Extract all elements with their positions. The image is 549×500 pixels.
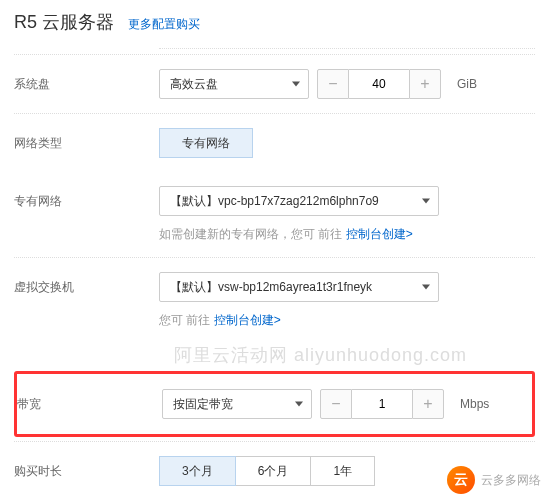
row-system-disk: 系统盘 高效云盘 − + GiB xyxy=(14,54,535,113)
vswitch-select[interactable]: 【默认】vsw-bp12m6ayrea1t3r1fneyk xyxy=(159,272,439,302)
watermark-corner-text: 云多多网络 xyxy=(481,472,541,489)
vpc-console-create-link[interactable]: 控制台创建> xyxy=(346,227,413,241)
vpc-select[interactable]: 【默认】vpc-bp17x7zag212m6lphn7o9 xyxy=(159,186,439,216)
disk-size-plus-button[interactable]: + xyxy=(409,69,441,99)
bandwidth-mode-select[interactable]: 按固定带宽 xyxy=(162,389,312,419)
duration-segment-group: 3个月 6个月 1年 xyxy=(159,456,375,486)
bandwidth-label: 带宽 xyxy=(17,396,162,413)
vpc-label: 专有网络 xyxy=(14,193,159,210)
row-vswitch: 虚拟交换机 【默认】vsw-bp12m6ayrea1t3r1fneyk xyxy=(14,257,535,306)
system-disk-label: 系统盘 xyxy=(14,76,159,93)
row-bandwidth: 带宽 按固定带宽 − + Mbps xyxy=(17,384,532,424)
network-type-vpc-button[interactable]: 专有网络 xyxy=(159,128,253,158)
chevron-down-icon xyxy=(295,402,303,407)
vswitch-console-create-link[interactable]: 控制台创建> xyxy=(214,313,281,327)
chevron-down-icon xyxy=(292,82,300,87)
disk-size-input[interactable] xyxy=(349,69,409,99)
duration-label: 购买时长 xyxy=(14,463,159,480)
duration-option-1[interactable]: 6个月 xyxy=(236,456,312,486)
disk-size-minus-button[interactable]: − xyxy=(317,69,349,99)
vswitch-selected-value: 【默认】vsw-bp12m6ayrea1t3r1fneyk xyxy=(170,280,372,294)
row-hidden-top xyxy=(14,42,535,54)
duration-option-2[interactable]: 1年 xyxy=(311,456,375,486)
system-disk-type-select[interactable]: 高效云盘 xyxy=(159,69,309,99)
bandwidth-highlight-box: 带宽 按固定带宽 − + Mbps xyxy=(14,371,535,437)
page-header: R5 云服务器 更多配置购买 xyxy=(0,0,549,42)
network-type-label: 网络类型 xyxy=(14,135,159,152)
bandwidth-mode-value: 按固定带宽 xyxy=(173,397,233,411)
bandwidth-unit: Mbps xyxy=(460,397,489,411)
system-disk-size-stepper: − + xyxy=(317,69,441,99)
row-network-type: 网络类型 专有网络 xyxy=(14,113,535,172)
vswitch-hint: 您可 前往 控制台创建> xyxy=(14,306,535,343)
watermark-ghost-text: 阿里云活动网 aliyunhuodong.com xyxy=(14,343,535,367)
watermark-logo-icon: 云 xyxy=(447,466,475,494)
bandwidth-plus-button[interactable]: + xyxy=(412,389,444,419)
vpc-selected-value: 【默认】vpc-bp17x7zag212m6lphn7o9 xyxy=(170,194,379,208)
more-config-link[interactable]: 更多配置购买 xyxy=(128,16,200,33)
bandwidth-stepper: − + xyxy=(320,389,444,419)
page-title: R5 云服务器 xyxy=(14,10,114,34)
disk-size-unit: GiB xyxy=(457,77,477,91)
system-disk-type-value: 高效云盘 xyxy=(170,77,218,91)
bandwidth-input[interactable] xyxy=(352,389,412,419)
watermark-corner: 云 云多多网络 xyxy=(447,466,541,494)
vpc-hint: 如需创建新的专有网络，您可 前往 控制台创建> xyxy=(14,220,535,257)
chevron-down-icon xyxy=(422,199,430,204)
vswitch-label: 虚拟交换机 xyxy=(14,279,159,296)
vpc-hint-text: 如需创建新的专有网络，您可 前往 xyxy=(159,227,342,241)
bandwidth-minus-button[interactable]: − xyxy=(320,389,352,419)
vswitch-hint-text: 您可 前往 xyxy=(159,313,210,327)
duration-option-0[interactable]: 3个月 xyxy=(159,456,236,486)
chevron-down-icon xyxy=(422,285,430,290)
config-form: 系统盘 高效云盘 − + GiB 网络类型 专有网络 专有网络 【默认】vpc-… xyxy=(0,42,549,500)
row-vpc: 专有网络 【默认】vpc-bp17x7zag212m6lphn7o9 xyxy=(14,172,535,220)
